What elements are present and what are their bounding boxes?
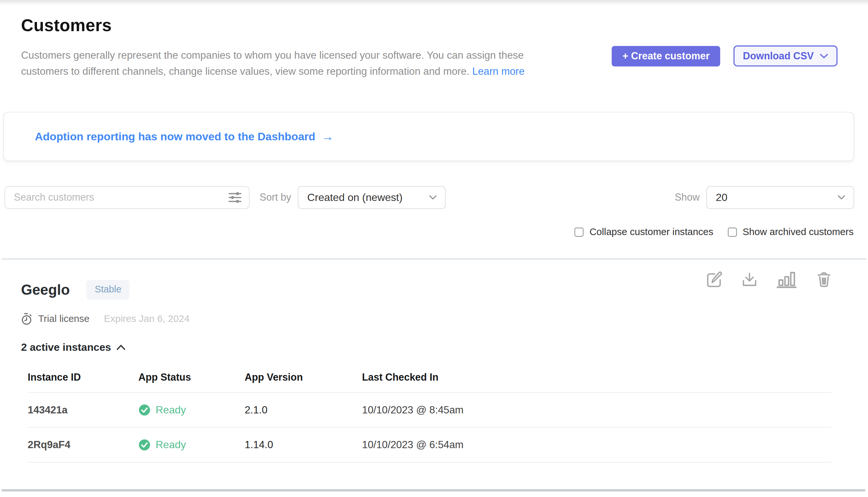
adoption-banner-link[interactable]: Adoption reporting has now moved to the …: [35, 130, 334, 143]
check-circle-icon: [138, 439, 151, 451]
show-archived-option[interactable]: Show archived customers: [728, 226, 854, 238]
checkbox-row: Collapse customer instances Show archive…: [0, 226, 868, 238]
chevron-down-icon: [429, 195, 437, 200]
download-icon: [741, 271, 758, 288]
edit-icon: [705, 270, 722, 288]
col-header-instance-id: Instance ID: [28, 372, 138, 393]
instances-toggle[interactable]: 2 active instances: [21, 341, 126, 353]
status-badge: Ready: [138, 404, 245, 416]
page-title: Customers: [21, 15, 838, 36]
license-row: Trial license Expires Jan 6, 2024: [21, 312, 852, 325]
adoption-banner: Adoption reporting has now moved to the …: [3, 112, 854, 161]
page-header: Customers Customers generally represent …: [0, 0, 868, 79]
customer-actions: [704, 269, 834, 289]
bottom-divider: [2, 489, 865, 492]
instance-id: 143421a: [28, 393, 138, 427]
show-per-page-select[interactable]: 20: [706, 186, 854, 209]
col-header-app-status: App Status: [138, 372, 245, 393]
search-box: [4, 186, 250, 209]
chevron-down-icon: [820, 54, 828, 58]
collapse-instances-checkbox[interactable]: [575, 228, 583, 236]
col-header-last-checked-in: Last Checked In: [362, 372, 831, 393]
last-checked-in: 10/10/2023 @ 6:54am: [362, 427, 831, 462]
table-row: 2Rq9aF4 Ready 1.14.0 10/10/2023 @ 6:54am: [28, 427, 832, 462]
last-checked-in: 10/10/2023 @ 8:45am: [362, 393, 831, 427]
show-select-value: 20: [716, 191, 727, 203]
adoption-banner-text: Adoption reporting has now moved to the …: [35, 130, 315, 143]
show-archived-label: Show archived customers: [742, 226, 854, 238]
arrow-right-icon: →: [321, 130, 334, 143]
download-customer-button[interactable]: [740, 270, 759, 289]
sort-by-label: Sort by: [260, 192, 291, 203]
sort-select-value: Created on (newest): [307, 191, 402, 203]
timer-icon: [21, 312, 32, 325]
customer-name[interactable]: Geeglo: [21, 281, 70, 298]
col-header-app-version: App Version: [245, 372, 362, 393]
channel-badge: Stable: [87, 280, 130, 300]
download-csv-button[interactable]: Download CSV: [733, 45, 838, 67]
show-archived-checkbox[interactable]: [728, 228, 737, 236]
instances-toggle-label: 2 active instances: [21, 341, 111, 353]
delete-customer-button[interactable]: [814, 269, 834, 289]
customers-page: Customers Customers generally represent …: [0, 0, 868, 497]
collapse-instances-option[interactable]: Collapse customer instances: [575, 226, 713, 238]
download-csv-label: Download CSV: [743, 50, 814, 62]
customer-card: Geeglo Stable: [0, 260, 868, 463]
filter-sliders-icon[interactable]: [228, 191, 242, 204]
create-customer-button[interactable]: + Create customer: [612, 45, 720, 66]
reporting-customer-button[interactable]: [776, 270, 798, 289]
table-row: 143421a Ready 2.1.0 10/10/2023 @ 8:45am: [28, 393, 832, 427]
chevron-down-icon: [838, 195, 845, 200]
license-expiry: Expires Jan 6, 2024: [104, 313, 189, 325]
license-type-label: Trial license: [38, 313, 90, 325]
app-version: 2.1.0: [245, 393, 362, 427]
bar-chart-icon: [777, 271, 797, 288]
status-text: Ready: [156, 439, 186, 451]
table-header-row: Instance ID App Status App Version Last …: [28, 372, 832, 393]
app-version: 1.14.0: [245, 427, 362, 462]
collapse-instances-label: Collapse customer instances: [590, 226, 713, 238]
page-description-text: Customers generally represent the compan…: [21, 49, 524, 77]
check-circle-icon: [138, 404, 151, 416]
trash-icon: [815, 270, 832, 288]
chevron-up-icon: [116, 344, 126, 350]
search-input[interactable]: [4, 186, 250, 209]
instances-table: Instance ID App Status App Version Last …: [28, 372, 832, 463]
status-text: Ready: [156, 404, 186, 416]
show-label: Show: [675, 192, 700, 203]
sort-select[interactable]: Created on (newest): [298, 186, 445, 209]
learn-more-link[interactable]: Learn more: [472, 65, 525, 77]
instance-id: 2Rq9aF4: [28, 427, 138, 462]
header-actions: + Create customer Download CSV: [612, 45, 838, 67]
page-description: Customers generally represent the compan…: [21, 47, 570, 79]
filters-row: Sort by Created on (newest) Show 20: [0, 186, 868, 209]
edit-customer-button[interactable]: [704, 269, 723, 289]
status-badge: Ready: [138, 439, 245, 451]
